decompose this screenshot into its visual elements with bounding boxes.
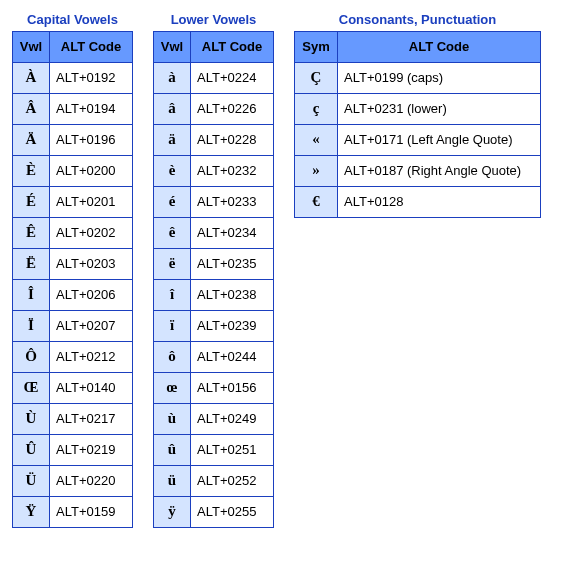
code-cell: ALT+0128: [338, 187, 541, 218]
code-cell: ALT+0255: [191, 497, 274, 528]
code-cell: ALT+0219: [50, 435, 133, 466]
symbol-cell: Ï: [13, 311, 50, 342]
code-cell: ALT+0159: [50, 497, 133, 528]
code-cell: ALT+0244: [191, 342, 274, 373]
th-code: ALT Code: [50, 32, 133, 63]
symbol-cell: è: [154, 156, 191, 187]
table-row: ÏALT+0207: [13, 311, 133, 342]
table-row: ÿALT+0255: [154, 497, 274, 528]
code-cell: ALT+0232: [191, 156, 274, 187]
table-row: ŸALT+0159: [13, 497, 133, 528]
code-cell: ALT+0234: [191, 218, 274, 249]
table-row: êALT+0234: [154, 218, 274, 249]
symbol-cell: œ: [154, 373, 191, 404]
table-row: çALT+0231 (lower): [295, 94, 541, 125]
code-cell: ALT+0199 (caps): [338, 63, 541, 94]
table-row: ËALT+0203: [13, 249, 133, 280]
symbol-cell: È: [13, 156, 50, 187]
table-row: »ALT+0187 (Right Angle Quote): [295, 156, 541, 187]
symbol-cell: Ä: [13, 125, 50, 156]
code-cell: ALT+0196: [50, 125, 133, 156]
symbol-cell: ç: [295, 94, 338, 125]
symbol-cell: ë: [154, 249, 191, 280]
table-row: ÇALT+0199 (caps): [295, 63, 541, 94]
symbol-cell: û: [154, 435, 191, 466]
symbol-cell: ü: [154, 466, 191, 497]
code-cell: ALT+0252: [191, 466, 274, 497]
symbol-cell: ù: [154, 404, 191, 435]
lower-vowels-title: Lower Vowels: [171, 12, 257, 27]
table-row: üALT+0252: [154, 466, 274, 497]
consonants-table: Sym ALT Code ÇALT+0199 (caps)çALT+0231 (…: [294, 31, 541, 218]
cons-tbody: ÇALT+0199 (caps)çALT+0231 (lower)«ALT+01…: [295, 63, 541, 218]
table-row: €ALT+0128: [295, 187, 541, 218]
symbol-cell: «: [295, 125, 338, 156]
table-row: «ALT+0171 (Left Angle Quote): [295, 125, 541, 156]
table-row: ÙALT+0217: [13, 404, 133, 435]
code-cell: ALT+0224: [191, 63, 274, 94]
table-row: ÉALT+0201: [13, 187, 133, 218]
code-cell: ALT+0220: [50, 466, 133, 497]
table-row: ïALT+0239: [154, 311, 274, 342]
symbol-cell: »: [295, 156, 338, 187]
code-cell: ALT+0212: [50, 342, 133, 373]
symbol-cell: ÿ: [154, 497, 191, 528]
code-cell: ALT+0156: [191, 373, 274, 404]
th-sym: Sym: [295, 32, 338, 63]
table-row: âALT+0226: [154, 94, 274, 125]
th-code: ALT Code: [191, 32, 274, 63]
code-cell: ALT+0201: [50, 187, 133, 218]
code-cell: ALT+0233: [191, 187, 274, 218]
table-row: œALT+0156: [154, 373, 274, 404]
table-row: ÄALT+0196: [13, 125, 133, 156]
table-row: ÛALT+0219: [13, 435, 133, 466]
code-cell: ALT+0239: [191, 311, 274, 342]
capital-vowels-table: Vwl ALT Code ÀALT+0192ÂALT+0194ÄALT+0196…: [12, 31, 133, 528]
symbol-cell: ê: [154, 218, 191, 249]
capital-vowels-title: Capital Vowels: [27, 12, 118, 27]
symbol-cell: €: [295, 187, 338, 218]
code-cell: ALT+0226: [191, 94, 274, 125]
code-cell: ALT+0251: [191, 435, 274, 466]
tables-container: Capital Vowels Vwl ALT Code ÀALT+0192ÂAL…: [12, 12, 563, 528]
symbol-cell: À: [13, 63, 50, 94]
th-code: ALT Code: [338, 32, 541, 63]
code-cell: ALT+0206: [50, 280, 133, 311]
symbol-cell: Â: [13, 94, 50, 125]
code-cell: ALT+0187 (Right Angle Quote): [338, 156, 541, 187]
table-row: ÊALT+0202: [13, 218, 133, 249]
lower-vowels-block: Lower Vowels Vwl ALT Code àALT+0224âALT+…: [153, 12, 274, 528]
table-row: ëALT+0235: [154, 249, 274, 280]
symbol-cell: Ù: [13, 404, 50, 435]
table-row: ÂALT+0194: [13, 94, 133, 125]
code-cell: ALT+0203: [50, 249, 133, 280]
table-row: èALT+0232: [154, 156, 274, 187]
symbol-cell: Û: [13, 435, 50, 466]
symbol-cell: Ê: [13, 218, 50, 249]
symbol-cell: Ë: [13, 249, 50, 280]
symbol-cell: î: [154, 280, 191, 311]
capital-vowels-block: Capital Vowels Vwl ALT Code ÀALT+0192ÂAL…: [12, 12, 133, 528]
capital-tbody: ÀALT+0192ÂALT+0194ÄALT+0196ÈALT+0200ÉALT…: [13, 63, 133, 528]
lower-tbody: àALT+0224âALT+0226äALT+0228èALT+0232éALT…: [154, 63, 274, 528]
symbol-cell: Ÿ: [13, 497, 50, 528]
th-sym: Vwl: [154, 32, 191, 63]
table-row: îALT+0238: [154, 280, 274, 311]
consonants-block: Consonants, Punctuation Sym ALT Code ÇAL…: [294, 12, 541, 218]
consonants-title: Consonants, Punctuation: [339, 12, 496, 27]
symbol-cell: ï: [154, 311, 191, 342]
table-row: ÈALT+0200: [13, 156, 133, 187]
code-cell: ALT+0192: [50, 63, 133, 94]
code-cell: ALT+0249: [191, 404, 274, 435]
symbol-cell: à: [154, 63, 191, 94]
symbol-cell: Ô: [13, 342, 50, 373]
table-row: ôALT+0244: [154, 342, 274, 373]
code-cell: ALT+0207: [50, 311, 133, 342]
symbol-cell: ä: [154, 125, 191, 156]
code-cell: ALT+0194: [50, 94, 133, 125]
table-row: äALT+0228: [154, 125, 274, 156]
code-cell: ALT+0238: [191, 280, 274, 311]
code-cell: ALT+0202: [50, 218, 133, 249]
code-cell: ALT+0235: [191, 249, 274, 280]
code-cell: ALT+0171 (Left Angle Quote): [338, 125, 541, 156]
